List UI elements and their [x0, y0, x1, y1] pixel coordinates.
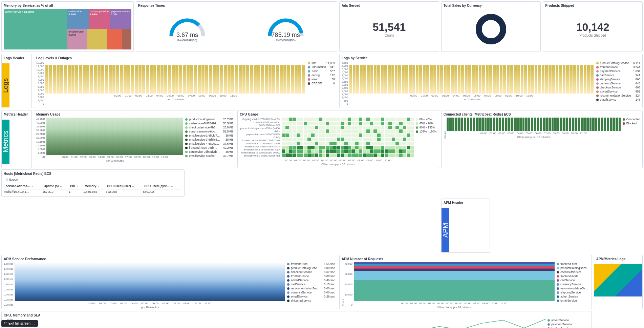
export-button[interactable]: ⇪ Export	[4, 177, 20, 182]
table-header[interactable]: service.addres…	[4, 183, 42, 189]
legend-color-icon	[287, 263, 289, 265]
legend-item[interactable]: shippingService	[287, 299, 335, 302]
log-levels-panel[interactable]: Log Levels & Outages 12,00011,00010,0009…	[34, 54, 337, 108]
log-spikes	[45, 61, 306, 94]
sla-panel[interactable]: CPU, Memory and SLA Percentage 160%140%1…	[1, 311, 592, 328]
legend-item[interactable]: advertService552	[596, 90, 640, 93]
legend-item[interactable]: cartService	[557, 279, 589, 282]
legend-item[interactable]: recommendationSer…0.00 sec	[287, 287, 335, 290]
sla-chart	[15, 319, 545, 328]
table-row[interactable]: redis://10.40.0.1…157,21011,836,664522,0…	[4, 190, 181, 193]
legend-item[interactable]: Information941	[308, 65, 335, 69]
legend-item[interactable]: ERROR0	[308, 82, 335, 85]
legend-item[interactable]: 90% - 135%	[416, 126, 437, 129]
exit-fullscreen-button[interactable]: ⬚ Exit full screen	[1, 320, 38, 327]
legend-item[interactable]: productcatalogservic…23.7MB	[185, 118, 233, 121]
legend-item[interactable]: frontend-rum	[557, 262, 589, 266]
legend-color-icon	[623, 118, 625, 121]
legend-item[interactable]: currencyService0.00 sec	[287, 291, 335, 294]
legend-item[interactable]: cartService941	[596, 74, 640, 77]
legend-item[interactable]: shippingService	[557, 291, 589, 294]
legend-color-icon	[557, 287, 559, 290]
tm-other3[interactable]	[122, 29, 131, 49]
legend-item[interactable]: emailservice-3-5d8fc5…38MB	[185, 138, 233, 141]
legend-item[interactable]: Connected	[623, 118, 640, 121]
legend-item[interactable]: advertService0.46 sec	[287, 279, 335, 282]
memory-usage-panel[interactable]: ⋯ Memory Usage 47.7MB42.9MB38.1MB33.4MB2…	[34, 110, 235, 168]
legend-item[interactable]: checkoutService	[557, 270, 589, 274]
tm-email[interactable]: emailservice6.66%	[67, 29, 87, 49]
legend-item[interactable]: checkoutService608	[596, 86, 640, 89]
tm-currency[interactable]: currencyservice7.86%	[89, 9, 110, 29]
legend-color-icon	[557, 279, 559, 282]
legend-item[interactable]: currencyservice-6dc…51.5MB	[185, 130, 233, 133]
legend-item[interactable]: frontend-node0.08 sec	[287, 274, 335, 278]
tm-payment[interactable]: paymentservice7.3%	[110, 9, 131, 29]
ads-served-panel[interactable]: Ads Served 51,541Count	[339, 1, 439, 52]
table-header[interactable]: CPU used (user)	[106, 183, 142, 189]
legend-item[interactable]: 45% - 90%	[416, 122, 437, 125]
legend-item[interactable]: checkoutService0.67 sec	[287, 270, 335, 274]
legend-item[interactable]: 135% - 180%	[416, 130, 437, 133]
redis-clients-panel[interactable]: Connected clients [Metricbeat Redis] ECS…	[441, 110, 643, 168]
legend-item[interactable]: emailService0.26 sec	[287, 295, 335, 298]
legend[interactable]: info11,809Information941INFO537debug142e…	[306, 61, 335, 105]
legend-item[interactable]: emailservice-4-689cc…37.6MB	[185, 142, 233, 145]
legend-item[interactable]: frontend-node3,244	[596, 65, 640, 69]
legend-item[interactable]: currencyService648	[596, 82, 640, 85]
redis-bars	[447, 118, 621, 131]
apm-requests-panel[interactable]: APM Number of Requests Count 40,00030,00…	[339, 255, 592, 309]
table-header[interactable]: Memory	[83, 183, 105, 189]
panel-menu-icon[interactable]: ⋯	[230, 112, 234, 116]
legend-item[interactable]: emailservice-56cfb5f…36.7MB	[185, 154, 233, 158]
cpu-usage-panel[interactable]: CPU Usage shippingservice-756b7f7c9c-4r7…	[237, 110, 439, 168]
apm-area-chart	[15, 262, 285, 301]
logs-by-service-panel[interactable]: Logs by Service 6,5006,0005,5005,0004,50…	[339, 54, 643, 108]
legend-item[interactable]: recommendationService324	[596, 94, 640, 97]
legend-item[interactable]: productCatalogServi…	[557, 266, 589, 270]
tm-cart[interactable]: cartservice8.29%	[67, 9, 89, 29]
legend-item[interactable]: paymentService	[548, 323, 589, 326]
legend[interactable]: productCatalogService6,111frontend-node3…	[594, 61, 640, 105]
legend-item[interactable]: frontend-node-76d8…49.2MB	[185, 146, 233, 149]
response-times-panel[interactable]: Response Times Percentile 3.67 ms Percen…	[136, 1, 337, 52]
legend-item[interactable]: currencyService	[557, 283, 589, 286]
table-header[interactable]: Uptime (s)	[42, 183, 68, 189]
legend-item[interactable]: advertService	[548, 319, 589, 322]
legend-item[interactable]: Blocked	[623, 122, 640, 125]
hosts-table[interactable]: service.addres…Uptime (s)PIDMemoryCPU us…	[4, 182, 182, 194]
legend-item[interactable]: cartservice-7df85d7d5…46MB	[185, 150, 233, 153]
products-shipped-panel[interactable]: Products Shipped 10,142Products Shipped	[543, 1, 643, 52]
tm-other1[interactable]	[87, 29, 107, 49]
legend-item[interactable]: frontend-node	[548, 327, 589, 328]
legend-item[interactable]: INFO537	[308, 69, 335, 73]
legend-item[interactable]: emailservice-2-85cfc7…38MB	[185, 134, 233, 137]
table-header[interactable]: PID	[69, 183, 83, 189]
tm-other2[interactable]	[107, 29, 122, 49]
legend-item[interactable]: productCatalogService6,111	[596, 61, 640, 65]
total-sales-panel[interactable]: Total Sales by Currency	[441, 1, 541, 52]
legend-item[interactable]: recommendationSe…	[557, 287, 589, 290]
legend-color-icon	[185, 155, 188, 157]
legend-item[interactable]: productCatalogServi…0.00 sec	[287, 266, 335, 270]
legend-item[interactable]: emailService	[557, 299, 589, 302]
legend-item[interactable]: debug142	[308, 74, 335, 77]
legend-item[interactable]: frontend-node	[557, 274, 589, 278]
table-header[interactable]: CPU used (syst…	[143, 183, 181, 189]
legend-item[interactable]: 0% - 45%	[416, 118, 437, 121]
legend-item[interactable]: frontend-rum1.55 sec	[287, 262, 335, 266]
legend-item[interactable]: shippingService666	[596, 78, 640, 81]
legend-item[interactable]: advertService	[557, 295, 589, 298]
apm-perf-panel[interactable]: APM Service Performance 1.60 sec1.40 sec…	[1, 255, 337, 309]
legend-item[interactable]: cartservice-7df85d7d…50.5MB	[185, 122, 233, 125]
redis-hosts-panel[interactable]: Hosts [Metricbeat Redis] ECS⇪ Exportserv…	[1, 169, 185, 197]
legend-color-icon	[596, 66, 599, 68]
legend-item[interactable]: emailService148	[596, 98, 640, 101]
legend-item[interactable]: checkoutservice-7b8…23.8MB	[185, 126, 233, 129]
legend-item[interactable]: paymentService1,634	[596, 69, 640, 73]
tm-advert[interactable]: advertservice 51.69%	[4, 9, 67, 49]
legend-item[interactable]: cartService0.15 sec	[287, 283, 335, 286]
memory-treemap-panel[interactable]: Memory by Service, as % of all advertser…	[1, 1, 134, 52]
legend-item[interactable]: error38	[308, 78, 335, 81]
legend-item[interactable]: info11,809	[308, 61, 335, 65]
